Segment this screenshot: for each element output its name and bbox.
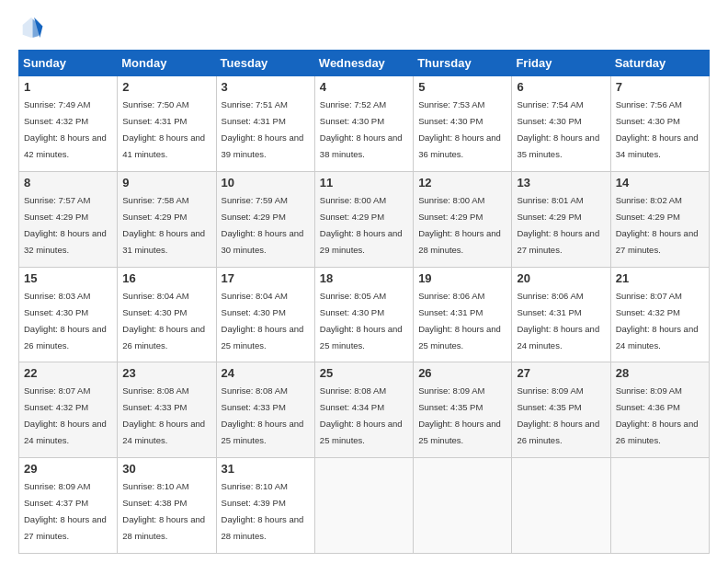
weekday-header-saturday: Saturday bbox=[610, 51, 709, 76]
day-number: 7 bbox=[616, 80, 704, 94]
day-number: 14 bbox=[616, 176, 704, 190]
day-info: Sunrise: 7:53 AMSunset: 4:30 PMDaylight:… bbox=[418, 99, 501, 159]
calendar-week-1: 1Sunrise: 7:49 AMSunset: 4:32 PMDaylight… bbox=[19, 76, 710, 172]
day-info: Sunrise: 7:58 AMSunset: 4:29 PMDaylight:… bbox=[122, 195, 205, 255]
day-info: Sunrise: 8:09 AMSunset: 4:36 PMDaylight:… bbox=[616, 385, 699, 445]
calendar-cell: 3Sunrise: 7:51 AMSunset: 4:31 PMDaylight… bbox=[216, 76, 314, 172]
day-info: Sunrise: 8:06 AMSunset: 4:31 PMDaylight:… bbox=[418, 291, 501, 350]
day-info: Sunrise: 8:05 AMSunset: 4:30 PMDaylight:… bbox=[320, 291, 403, 350]
calendar-week-5: 29Sunrise: 8:09 AMSunset: 4:37 PMDayligh… bbox=[19, 458, 710, 554]
calendar-cell: 28Sunrise: 8:09 AMSunset: 4:36 PMDayligh… bbox=[610, 362, 709, 458]
day-number: 15 bbox=[24, 271, 112, 285]
day-number: 11 bbox=[320, 176, 408, 190]
day-number: 21 bbox=[616, 271, 704, 285]
day-number: 23 bbox=[122, 366, 210, 380]
header bbox=[18, 15, 710, 40]
day-info: Sunrise: 7:50 AMSunset: 4:31 PMDaylight:… bbox=[122, 99, 205, 159]
calendar-cell: 12Sunrise: 8:00 AMSunset: 4:29 PMDayligh… bbox=[414, 171, 512, 267]
calendar-cell bbox=[610, 458, 709, 554]
day-info: Sunrise: 7:57 AMSunset: 4:29 PMDaylight:… bbox=[24, 195, 107, 255]
calendar-cell: 20Sunrise: 8:06 AMSunset: 4:31 PMDayligh… bbox=[512, 267, 610, 362]
day-number: 30 bbox=[122, 462, 210, 476]
calendar-cell: 15Sunrise: 8:03 AMSunset: 4:30 PMDayligh… bbox=[19, 267, 118, 362]
day-info: Sunrise: 8:00 AMSunset: 4:29 PMDaylight:… bbox=[320, 195, 403, 255]
calendar-cell: 9Sunrise: 7:58 AMSunset: 4:29 PMDaylight… bbox=[118, 171, 216, 267]
calendar-cell: 7Sunrise: 7:56 AMSunset: 4:30 PMDaylight… bbox=[610, 76, 709, 172]
day-number: 19 bbox=[418, 271, 506, 285]
day-number: 12 bbox=[418, 176, 506, 190]
calendar-cell: 18Sunrise: 8:05 AMSunset: 4:30 PMDayligh… bbox=[314, 267, 413, 362]
day-info: Sunrise: 8:09 AMSunset: 4:35 PMDaylight:… bbox=[517, 385, 599, 445]
calendar-cell bbox=[314, 458, 413, 554]
day-info: Sunrise: 7:56 AMSunset: 4:30 PMDaylight:… bbox=[616, 99, 699, 159]
calendar-cell: 31Sunrise: 8:10 AMSunset: 4:39 PMDayligh… bbox=[216, 458, 314, 554]
day-info: Sunrise: 8:00 AMSunset: 4:29 PMDaylight:… bbox=[418, 195, 501, 255]
calendar-header: SundayMondayTuesdayWednesdayThursdayFrid… bbox=[19, 51, 710, 76]
day-info: Sunrise: 8:03 AMSunset: 4:30 PMDaylight:… bbox=[24, 291, 107, 350]
day-number: 10 bbox=[222, 176, 310, 190]
calendar-week-3: 15Sunrise: 8:03 AMSunset: 4:30 PMDayligh… bbox=[19, 267, 710, 362]
calendar-cell: 11Sunrise: 8:00 AMSunset: 4:29 PMDayligh… bbox=[314, 171, 413, 267]
day-number: 8 bbox=[24, 176, 112, 190]
day-info: Sunrise: 8:09 AMSunset: 4:37 PMDaylight:… bbox=[24, 481, 107, 541]
calendar-cell: 8Sunrise: 7:57 AMSunset: 4:29 PMDaylight… bbox=[19, 171, 118, 267]
day-info: Sunrise: 8:10 AMSunset: 4:38 PMDaylight:… bbox=[122, 481, 205, 541]
calendar-cell: 19Sunrise: 8:06 AMSunset: 4:31 PMDayligh… bbox=[414, 267, 512, 362]
calendar-cell: 10Sunrise: 7:59 AMSunset: 4:29 PMDayligh… bbox=[216, 171, 314, 267]
calendar-cell: 13Sunrise: 8:01 AMSunset: 4:29 PMDayligh… bbox=[512, 171, 610, 267]
day-number: 18 bbox=[320, 271, 408, 285]
day-number: 2 bbox=[122, 80, 210, 94]
day-info: Sunrise: 8:04 AMSunset: 4:30 PMDaylight:… bbox=[222, 291, 304, 350]
calendar-cell: 22Sunrise: 8:07 AMSunset: 4:32 PMDayligh… bbox=[19, 362, 118, 458]
day-number: 3 bbox=[222, 80, 310, 94]
day-number: 17 bbox=[222, 271, 310, 285]
day-number: 29 bbox=[24, 462, 112, 476]
day-info: Sunrise: 8:04 AMSunset: 4:30 PMDaylight:… bbox=[122, 291, 205, 350]
weekday-header-thursday: Thursday bbox=[414, 51, 512, 76]
weekday-header-wednesday: Wednesday bbox=[314, 51, 413, 76]
day-number: 1 bbox=[24, 80, 112, 94]
calendar-cell: 1Sunrise: 7:49 AMSunset: 4:32 PMDaylight… bbox=[19, 76, 118, 172]
day-number: 6 bbox=[517, 80, 605, 94]
weekday-header-friday: Friday bbox=[512, 51, 610, 76]
day-info: Sunrise: 8:07 AMSunset: 4:32 PMDaylight:… bbox=[24, 385, 107, 445]
day-info: Sunrise: 7:54 AMSunset: 4:30 PMDaylight:… bbox=[517, 99, 599, 159]
day-info: Sunrise: 8:06 AMSunset: 4:31 PMDaylight:… bbox=[517, 291, 599, 350]
weekday-header-tuesday: Tuesday bbox=[216, 51, 314, 76]
calendar-week-4: 22Sunrise: 8:07 AMSunset: 4:32 PMDayligh… bbox=[19, 362, 710, 458]
day-number: 13 bbox=[517, 176, 605, 190]
calendar-body: 1Sunrise: 7:49 AMSunset: 4:32 PMDaylight… bbox=[19, 76, 710, 554]
day-info: Sunrise: 8:08 AMSunset: 4:33 PMDaylight:… bbox=[122, 385, 205, 445]
day-number: 26 bbox=[418, 366, 506, 380]
day-info: Sunrise: 8:07 AMSunset: 4:32 PMDaylight:… bbox=[616, 291, 699, 350]
day-info: Sunrise: 7:59 AMSunset: 4:29 PMDaylight:… bbox=[222, 195, 304, 255]
calendar-cell: 17Sunrise: 8:04 AMSunset: 4:30 PMDayligh… bbox=[216, 267, 314, 362]
general-blue-icon bbox=[18, 15, 44, 40]
page: SundayMondayTuesdayWednesdayThursdayFrid… bbox=[0, 0, 728, 563]
day-info: Sunrise: 7:52 AMSunset: 4:30 PMDaylight:… bbox=[320, 99, 403, 159]
calendar-cell: 24Sunrise: 8:08 AMSunset: 4:33 PMDayligh… bbox=[216, 362, 314, 458]
weekday-header-row: SundayMondayTuesdayWednesdayThursdayFrid… bbox=[19, 51, 710, 76]
calendar-cell: 2Sunrise: 7:50 AMSunset: 4:31 PMDaylight… bbox=[118, 76, 216, 172]
day-number: 5 bbox=[418, 80, 506, 94]
calendar-cell: 6Sunrise: 7:54 AMSunset: 4:30 PMDaylight… bbox=[512, 76, 610, 172]
calendar-cell: 21Sunrise: 8:07 AMSunset: 4:32 PMDayligh… bbox=[610, 267, 709, 362]
calendar-cell: 14Sunrise: 8:02 AMSunset: 4:29 PMDayligh… bbox=[610, 171, 709, 267]
day-info: Sunrise: 8:02 AMSunset: 4:29 PMDaylight:… bbox=[616, 195, 699, 255]
calendar-cell bbox=[512, 458, 610, 554]
day-number: 20 bbox=[517, 271, 605, 285]
calendar-week-2: 8Sunrise: 7:57 AMSunset: 4:29 PMDaylight… bbox=[19, 171, 710, 267]
day-info: Sunrise: 8:08 AMSunset: 4:33 PMDaylight:… bbox=[222, 385, 304, 445]
calendar-table: SundayMondayTuesdayWednesdayThursdayFrid… bbox=[18, 50, 710, 554]
day-number: 25 bbox=[320, 366, 408, 380]
day-number: 4 bbox=[320, 80, 408, 94]
calendar-cell: 27Sunrise: 8:09 AMSunset: 4:35 PMDayligh… bbox=[512, 362, 610, 458]
weekday-header-sunday: Sunday bbox=[19, 51, 118, 76]
calendar-cell: 26Sunrise: 8:09 AMSunset: 4:35 PMDayligh… bbox=[414, 362, 512, 458]
calendar-cell: 4Sunrise: 7:52 AMSunset: 4:30 PMDaylight… bbox=[314, 76, 413, 172]
day-number: 31 bbox=[222, 462, 310, 476]
calendar-cell: 16Sunrise: 8:04 AMSunset: 4:30 PMDayligh… bbox=[118, 267, 216, 362]
day-info: Sunrise: 7:51 AMSunset: 4:31 PMDaylight:… bbox=[222, 99, 304, 159]
day-info: Sunrise: 8:01 AMSunset: 4:29 PMDaylight:… bbox=[517, 195, 599, 255]
weekday-header-monday: Monday bbox=[118, 51, 216, 76]
